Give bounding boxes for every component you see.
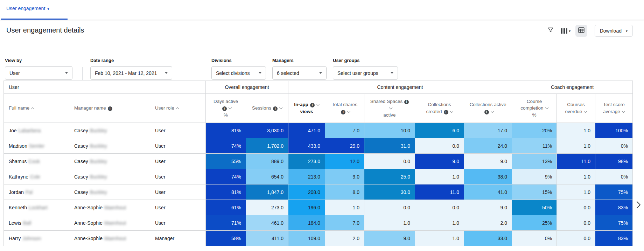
chevron-down-icon: ▾ xyxy=(569,29,570,33)
column-label-suffix: % xyxy=(211,112,241,119)
column-header-sessions[interactable]: Sessionsi xyxy=(246,94,288,123)
manager-first-name: Anne-Sophie xyxy=(74,220,103,226)
heat-cell-courses_overdue: 1.0 xyxy=(557,123,595,138)
heat-cell-course_completion: 20% xyxy=(512,123,557,138)
user-groups-select[interactable]: Select user groups xyxy=(333,66,398,80)
sort-up-icon[interactable] xyxy=(31,107,35,111)
manager-name-cell: Anne-SophieMaenhout xyxy=(69,215,150,231)
info-icon[interactable]: i xyxy=(310,103,315,107)
heat-cell-courses_overdue: 11.0 xyxy=(557,154,595,169)
heat-cell-collections_created: 0.0 xyxy=(415,138,464,154)
chevron-down-icon[interactable] xyxy=(228,106,232,110)
info-icon[interactable]: i xyxy=(108,106,112,111)
heat-cell-collections_active: 38.0 xyxy=(464,169,512,184)
chevron-down-icon[interactable] xyxy=(279,106,282,110)
chevron-down-icon[interactable] xyxy=(389,106,392,110)
full-name-cell: JordanPal xyxy=(4,184,69,200)
column-header-manager_name[interactable]: Manager namei xyxy=(69,94,150,123)
heat-cell-inapp_views: 184.0 xyxy=(288,215,325,231)
chevron-down-icon[interactable] xyxy=(545,106,548,110)
divisions-select[interactable]: Select divisions xyxy=(211,66,266,80)
columns-icon xyxy=(561,28,567,34)
heat-cell-collections_active: 24.0 xyxy=(464,138,512,154)
heat-cell-collections_active: 9.0 xyxy=(464,200,512,215)
columns-button[interactable]: ▾ xyxy=(560,25,572,37)
manager-last-name-blurred: Buckley xyxy=(90,174,107,180)
heat-cell-total_shares: 1.0 xyxy=(325,200,364,215)
heat-cell-collections_created: 1.0 xyxy=(415,215,464,231)
column-header-courses_overdue[interactable]: Courses overdue xyxy=(557,94,595,123)
scroll-right-button[interactable] xyxy=(634,200,643,211)
chevron-down-icon[interactable] xyxy=(347,110,351,113)
manager-last-name-blurred: Maenhout xyxy=(104,220,126,226)
heat-cell-sessions: 654.0 xyxy=(246,169,288,184)
column-header-full_name[interactable]: Full name xyxy=(4,94,69,123)
first-name: Kathryne xyxy=(9,174,28,180)
manager-last-name-blurred: Buckley xyxy=(90,159,107,164)
info-icon[interactable]: i xyxy=(484,110,489,114)
last-name-blurred: Ball xyxy=(23,220,31,226)
heat-cell-shared_spaces: 25.0 xyxy=(364,169,415,184)
column-header-days_active[interactable]: Days activei% xyxy=(206,94,246,123)
last-name-blurred: Labarbera xyxy=(19,128,41,133)
heat-cell-test_score: 98% xyxy=(595,154,633,169)
info-icon[interactable]: i xyxy=(222,106,227,111)
filter-label: Managers xyxy=(272,58,327,63)
view-by-select[interactable]: User xyxy=(5,66,72,80)
full-name-cell: JoeLabarbera xyxy=(4,123,69,138)
date-range-select[interactable]: Feb 10, 2021 - Mar 12, 2021 xyxy=(90,66,172,80)
column-header-collections_created[interactable]: Collections createdi xyxy=(415,94,464,123)
column-label: In-app xyxy=(294,102,308,107)
table-view-button[interactable] xyxy=(575,25,587,37)
info-icon[interactable]: i xyxy=(341,110,345,114)
heat-cell-days_active: 61% xyxy=(206,200,246,215)
chevron-down-icon[interactable] xyxy=(622,110,625,113)
heat-cell-course_completion: 15% xyxy=(512,184,557,200)
column-header-collections_active[interactable]: Collections activei xyxy=(464,94,512,123)
heat-cell-test_score: 75% xyxy=(595,184,633,200)
download-button[interactable]: Download ▾ xyxy=(595,25,633,37)
user-role-cell: User xyxy=(150,169,206,184)
column-header-course_completion[interactable]: Course completion% xyxy=(512,94,557,123)
heat-cell-inapp_views: 208.0 xyxy=(288,184,325,200)
column-header-inapp_views[interactable]: In-appiviews xyxy=(288,94,325,123)
heat-cell-collections_created: 11.0 xyxy=(415,184,464,200)
info-icon[interactable]: i xyxy=(444,110,448,114)
group-header-content-engagement: Content engagement xyxy=(288,81,512,94)
user-role-cell: User xyxy=(150,184,206,200)
column-header-test_score[interactable]: Test score average xyxy=(595,94,633,123)
first-name: Joe xyxy=(9,128,17,133)
filter-view-by: View by User xyxy=(5,58,72,80)
heat-cell-sessions: 1,847.0 xyxy=(246,184,288,200)
heat-cell-days_active: 71% xyxy=(206,215,246,231)
heat-cell-days_active: 74% xyxy=(206,138,246,154)
chevron-down-icon[interactable] xyxy=(316,103,320,106)
column-header-shared_spaces[interactable]: Shared Spacesiactive xyxy=(364,94,415,123)
heat-cell-shared_spaces: 10.0 xyxy=(364,123,415,138)
heat-cell-course_completion: 9% xyxy=(512,169,557,184)
info-icon[interactable]: i xyxy=(273,106,278,111)
manager-name-cell: CaseyBuckley xyxy=(69,123,150,138)
column-label: Shared Spaces xyxy=(370,99,402,104)
chevron-down-icon[interactable] xyxy=(584,110,587,113)
group-header-user: User xyxy=(4,81,69,94)
last-name-blurred: Lockhart xyxy=(29,205,48,210)
heat-cell-shared_spaces: 9.0 xyxy=(364,231,415,246)
managers-select[interactable]: 6 selected xyxy=(272,66,327,80)
filter-divider xyxy=(82,67,83,80)
filter-icon xyxy=(547,27,554,35)
info-icon[interactable]: i xyxy=(404,100,409,104)
heat-cell-collections_active: 33.0 xyxy=(464,231,512,246)
last-name-blurred: Pal xyxy=(26,189,33,195)
heat-cell-shared_spaces: 0.0 xyxy=(364,154,415,169)
filter-button[interactable] xyxy=(545,25,556,37)
heat-cell-sessions: 273.0 xyxy=(246,200,288,215)
user-role-cell: User xyxy=(150,154,206,169)
column-header-total_shares[interactable]: Total sharesi xyxy=(325,94,364,123)
sort-up-icon[interactable] xyxy=(176,107,179,111)
column-header-user_role[interactable]: User role xyxy=(150,94,206,123)
chevron-down-icon[interactable] xyxy=(450,110,453,113)
chevron-down-icon[interactable] xyxy=(490,110,494,113)
heat-cell-days_active: 81% xyxy=(206,184,246,200)
tab-user-engagement[interactable]: User engagement▾ xyxy=(6,6,49,11)
